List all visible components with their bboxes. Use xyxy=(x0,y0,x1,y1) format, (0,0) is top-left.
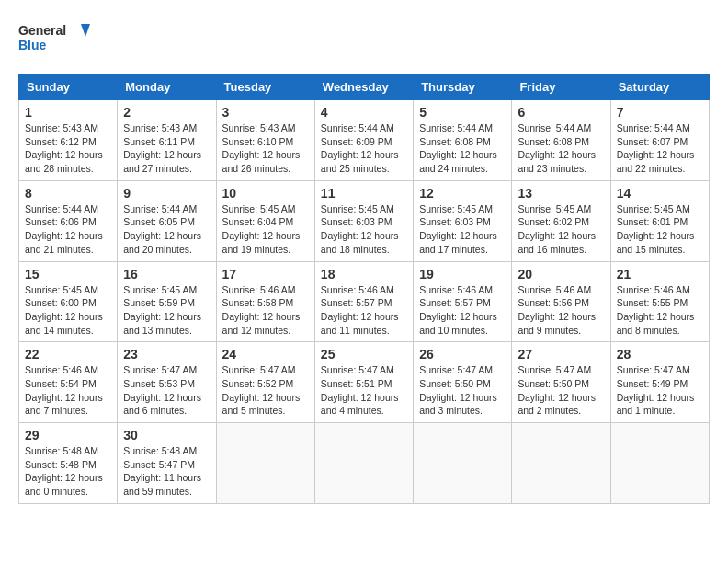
day-cell-19: 19 Sunrise: 5:46 AMSunset: 5:57 PMDaylig… xyxy=(414,261,512,342)
day-number: 29 xyxy=(25,428,111,442)
day-cell-1: 1 Sunrise: 5:43 AMSunset: 6:12 PMDayligh… xyxy=(19,100,118,181)
day-cell-3: 3 Sunrise: 5:43 AMSunset: 6:10 PMDayligh… xyxy=(216,100,314,181)
day-cell-11: 11 Sunrise: 5:45 AMSunset: 6:03 PMDaylig… xyxy=(314,180,413,261)
calendar-week-2: 8 Sunrise: 5:44 AMSunset: 6:06 PMDayligh… xyxy=(19,180,710,261)
day-cell-6: 6 Sunrise: 5:44 AMSunset: 6:08 PMDayligh… xyxy=(512,100,610,181)
cell-text: Sunrise: 5:47 AMSunset: 5:53 PMDaylight:… xyxy=(123,364,201,416)
day-cell-8: 8 Sunrise: 5:44 AMSunset: 6:06 PMDayligh… xyxy=(19,180,118,261)
logo-svg: General Blue xyxy=(18,18,92,59)
day-cell-30: 30 Sunrise: 5:48 AMSunset: 5:47 PMDaylig… xyxy=(118,423,216,504)
day-cell-21: 21 Sunrise: 5:46 AMSunset: 5:55 PMDaylig… xyxy=(610,261,709,342)
cell-text: Sunrise: 5:47 AMSunset: 5:49 PMDaylight:… xyxy=(617,364,695,416)
cell-text: Sunrise: 5:44 AMSunset: 6:06 PMDaylight:… xyxy=(25,203,103,255)
calendar-week-1: 1 Sunrise: 5:43 AMSunset: 6:12 PMDayligh… xyxy=(19,100,710,181)
day-number: 14 xyxy=(617,186,703,201)
day-cell-5: 5 Sunrise: 5:44 AMSunset: 6:08 PMDayligh… xyxy=(414,100,512,181)
header: General Blue xyxy=(18,18,710,59)
cell-text: Sunrise: 5:46 AMSunset: 5:54 PMDaylight:… xyxy=(25,364,103,416)
cell-text: Sunrise: 5:44 AMSunset: 6:08 PMDaylight:… xyxy=(518,122,596,174)
day-cell-22: 22 Sunrise: 5:46 AMSunset: 5:54 PMDaylig… xyxy=(19,342,118,423)
svg-text:General: General xyxy=(18,23,66,38)
cell-text: Sunrise: 5:44 AMSunset: 6:08 PMDaylight:… xyxy=(419,122,497,174)
day-number: 12 xyxy=(419,186,506,201)
day-number: 22 xyxy=(25,347,111,362)
day-number: 9 xyxy=(123,186,210,201)
day-number: 2 xyxy=(123,105,210,120)
day-number: 28 xyxy=(617,347,703,362)
cell-text: Sunrise: 5:45 AMSunset: 6:00 PMDaylight:… xyxy=(25,284,103,336)
day-number: 20 xyxy=(518,267,604,282)
cell-text: Sunrise: 5:46 AMSunset: 5:55 PMDaylight:… xyxy=(617,284,695,336)
day-number: 24 xyxy=(222,347,309,362)
cell-text: Sunrise: 5:47 AMSunset: 5:51 PMDaylight:… xyxy=(321,364,399,416)
day-cell-10: 10 Sunrise: 5:45 AMSunset: 6:04 PMDaylig… xyxy=(216,180,314,261)
cell-text: Sunrise: 5:45 AMSunset: 6:04 PMDaylight:… xyxy=(222,203,301,255)
day-number: 1 xyxy=(25,105,111,120)
day-cell-24: 24 Sunrise: 5:47 AMSunset: 5:52 PMDaylig… xyxy=(216,342,314,423)
calendar-week-5: 29 Sunrise: 5:48 AMSunset: 5:48 PMDaylig… xyxy=(19,423,710,504)
day-header-sunday: Sunday xyxy=(19,75,118,100)
day-number: 21 xyxy=(617,267,703,282)
day-header-saturday: Saturday xyxy=(610,75,709,100)
cell-text: Sunrise: 5:43 AMSunset: 6:10 PMDaylight:… xyxy=(222,122,301,174)
day-number: 17 xyxy=(222,267,309,282)
day-cell-23: 23 Sunrise: 5:47 AMSunset: 5:53 PMDaylig… xyxy=(118,342,216,423)
day-header-row: SundayMondayTuesdayWednesdayThursdayFrid… xyxy=(19,75,710,100)
day-cell-26: 26 Sunrise: 5:47 AMSunset: 5:50 PMDaylig… xyxy=(414,342,512,423)
cell-text: Sunrise: 5:45 AMSunset: 6:02 PMDaylight:… xyxy=(518,203,596,255)
svg-text:Blue: Blue xyxy=(18,38,47,52)
day-cell-16: 16 Sunrise: 5:45 AMSunset: 5:59 PMDaylig… xyxy=(118,261,216,342)
svg-marker-2 xyxy=(81,24,90,37)
day-number: 30 xyxy=(123,428,210,442)
day-cell-18: 18 Sunrise: 5:46 AMSunset: 5:57 PMDaylig… xyxy=(314,261,413,342)
cell-text: Sunrise: 5:47 AMSunset: 5:52 PMDaylight:… xyxy=(222,364,301,416)
day-header-tuesday: Tuesday xyxy=(216,75,314,100)
day-number: 6 xyxy=(518,105,604,120)
day-cell-7: 7 Sunrise: 5:44 AMSunset: 6:07 PMDayligh… xyxy=(610,100,709,181)
day-cell-28: 28 Sunrise: 5:47 AMSunset: 5:49 PMDaylig… xyxy=(610,342,709,423)
day-number: 13 xyxy=(518,186,604,201)
day-header-thursday: Thursday xyxy=(414,75,512,100)
day-number: 11 xyxy=(321,186,407,201)
day-number: 3 xyxy=(222,105,309,120)
day-cell-15: 15 Sunrise: 5:45 AMSunset: 6:00 PMDaylig… xyxy=(19,261,118,342)
cell-text: Sunrise: 5:45 AMSunset: 6:01 PMDaylight:… xyxy=(617,203,695,255)
day-cell-13: 13 Sunrise: 5:45 AMSunset: 6:02 PMDaylig… xyxy=(512,180,610,261)
day-cell-17: 17 Sunrise: 5:46 AMSunset: 5:58 PMDaylig… xyxy=(216,261,314,342)
day-number: 26 xyxy=(419,347,506,362)
empty-cell xyxy=(512,423,610,504)
day-cell-27: 27 Sunrise: 5:47 AMSunset: 5:50 PMDaylig… xyxy=(512,342,610,423)
day-cell-12: 12 Sunrise: 5:45 AMSunset: 6:03 PMDaylig… xyxy=(414,180,512,261)
cell-text: Sunrise: 5:48 AMSunset: 5:47 PMDaylight:… xyxy=(123,445,201,497)
cell-text: Sunrise: 5:47 AMSunset: 5:50 PMDaylight:… xyxy=(518,364,596,416)
cell-text: Sunrise: 5:46 AMSunset: 5:57 PMDaylight:… xyxy=(419,284,497,336)
day-header-monday: Monday xyxy=(118,75,216,100)
day-cell-4: 4 Sunrise: 5:44 AMSunset: 6:09 PMDayligh… xyxy=(314,100,413,181)
day-number: 27 xyxy=(518,347,604,362)
day-number: 23 xyxy=(123,347,210,362)
day-cell-2: 2 Sunrise: 5:43 AMSunset: 6:11 PMDayligh… xyxy=(118,100,216,181)
day-number: 4 xyxy=(321,105,407,120)
day-number: 15 xyxy=(25,267,111,282)
day-number: 8 xyxy=(25,186,111,201)
cell-text: Sunrise: 5:45 AMSunset: 5:59 PMDaylight:… xyxy=(123,284,201,336)
day-cell-25: 25 Sunrise: 5:47 AMSunset: 5:51 PMDaylig… xyxy=(314,342,413,423)
cell-text: Sunrise: 5:44 AMSunset: 6:05 PMDaylight:… xyxy=(123,203,201,255)
cell-text: Sunrise: 5:46 AMSunset: 5:57 PMDaylight:… xyxy=(321,284,399,336)
cell-text: Sunrise: 5:45 AMSunset: 6:03 PMDaylight:… xyxy=(419,203,497,255)
day-number: 25 xyxy=(321,347,407,362)
cell-text: Sunrise: 5:48 AMSunset: 5:48 PMDaylight:… xyxy=(25,445,103,497)
empty-cell xyxy=(610,423,709,504)
logo: General Blue xyxy=(18,18,92,59)
empty-cell xyxy=(314,423,413,504)
day-number: 18 xyxy=(321,267,407,282)
day-number: 16 xyxy=(123,267,210,282)
calendar-table: SundayMondayTuesdayWednesdayThursdayFrid… xyxy=(18,74,710,504)
calendar-week-3: 15 Sunrise: 5:45 AMSunset: 6:00 PMDaylig… xyxy=(19,261,710,342)
cell-text: Sunrise: 5:43 AMSunset: 6:11 PMDaylight:… xyxy=(123,122,201,174)
empty-cell xyxy=(216,423,314,504)
day-number: 7 xyxy=(617,105,703,120)
cell-text: Sunrise: 5:46 AMSunset: 5:56 PMDaylight:… xyxy=(518,284,596,336)
day-number: 10 xyxy=(222,186,309,201)
empty-cell xyxy=(414,423,512,504)
